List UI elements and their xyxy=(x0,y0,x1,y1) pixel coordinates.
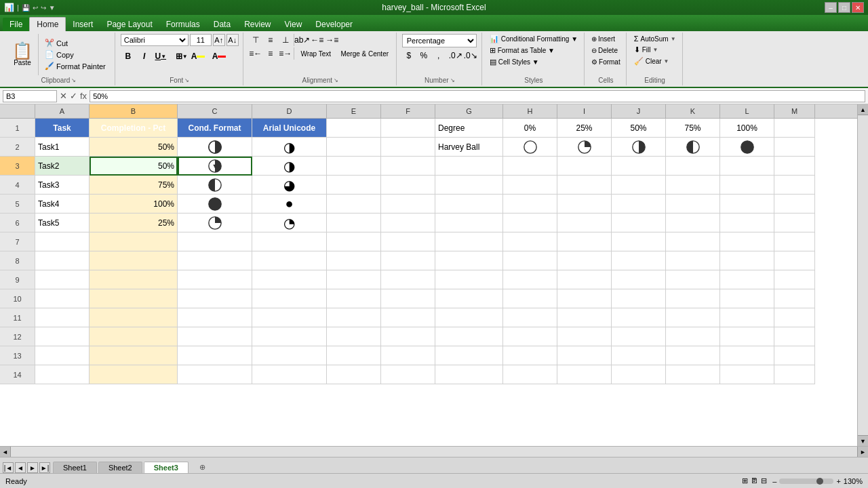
cell-k3[interactable] xyxy=(666,157,720,176)
cell-a8[interactable] xyxy=(35,251,90,270)
cell-c9[interactable] xyxy=(178,270,252,289)
cell-j5[interactable] xyxy=(612,195,666,214)
cell-a12[interactable] xyxy=(35,327,90,346)
cell-k12[interactable] xyxy=(666,327,720,346)
cell-b9[interactable] xyxy=(90,270,178,289)
cell-m8[interactable] xyxy=(774,251,815,270)
cell-e5[interactable] xyxy=(327,195,381,214)
cell-m4[interactable] xyxy=(774,176,815,195)
cell-g12[interactable] xyxy=(435,327,503,346)
row-num-3[interactable]: 3 xyxy=(0,157,35,176)
cell-i12[interactable] xyxy=(557,327,612,346)
cell-j12[interactable] xyxy=(612,327,666,346)
scroll-right-button[interactable]: ► xyxy=(857,447,868,458)
number-format-select[interactable]: Percentage General Number Currency xyxy=(402,34,477,47)
cell-k7[interactable] xyxy=(666,232,720,251)
font-name-select[interactable]: Calibri xyxy=(121,34,189,46)
cell-c13[interactable] xyxy=(178,346,252,365)
formula-input[interactable] xyxy=(90,90,865,102)
cell-i11[interactable] xyxy=(557,308,612,327)
cell-f11[interactable] xyxy=(381,308,435,327)
cell-a7[interactable] xyxy=(35,232,90,251)
cell-f3[interactable] xyxy=(381,157,435,176)
col-header-k[interactable]: K xyxy=(666,104,720,118)
align-center-button[interactable]: ≡ xyxy=(264,47,277,60)
cell-k10[interactable] xyxy=(666,289,720,308)
format-button[interactable]: ⚙ Format xyxy=(590,57,622,67)
italic-button[interactable]: I xyxy=(137,49,152,63)
cell-a13[interactable] xyxy=(35,346,90,365)
alignment-expand-icon[interactable]: ↘ xyxy=(334,77,338,83)
cell-l14[interactable] xyxy=(720,365,774,384)
col-header-m[interactable]: M xyxy=(774,104,815,118)
cell-g6[interactable] xyxy=(435,214,503,232)
insert-function-icon[interactable]: fx xyxy=(80,91,87,101)
cell-g14[interactable] xyxy=(435,365,503,384)
minimize-button[interactable]: – xyxy=(825,2,837,13)
cell-h9[interactable] xyxy=(503,270,557,289)
sheet-nav-next[interactable]: ► xyxy=(27,462,38,473)
insert-sheet-button[interactable]: ⊕ xyxy=(190,462,215,473)
insert-button[interactable]: ⊕ Insert xyxy=(590,34,616,44)
cell-d4[interactable]: ◕ xyxy=(252,176,327,195)
cell-f9[interactable] xyxy=(381,270,435,289)
cell-m11[interactable] xyxy=(774,308,815,327)
border-button[interactable]: ⊞▼ xyxy=(174,49,189,63)
tab-review[interactable]: Review xyxy=(237,18,277,31)
cell-e10[interactable] xyxy=(327,289,381,308)
cell-h3[interactable] xyxy=(503,157,557,176)
col-header-l[interactable]: L xyxy=(720,104,774,118)
underline-button[interactable]: U ▼ xyxy=(153,49,168,63)
cell-d10[interactable] xyxy=(252,289,327,308)
cell-c14[interactable] xyxy=(178,365,252,384)
cell-i2[interactable] xyxy=(557,138,612,157)
number-expand-icon[interactable]: ↘ xyxy=(450,77,455,83)
cell-m6[interactable] xyxy=(774,214,815,232)
quick-access-dropdown[interactable]: ▼ xyxy=(49,4,56,12)
cell-k11[interactable] xyxy=(666,308,720,327)
cell-i7[interactable] xyxy=(557,232,612,251)
cell-j11[interactable] xyxy=(612,308,666,327)
cell-e14[interactable] xyxy=(327,365,381,384)
clear-button[interactable]: 🧹 Clear ▼ xyxy=(632,56,671,66)
cell-l5[interactable] xyxy=(720,195,774,214)
cell-i13[interactable] xyxy=(557,346,612,365)
cell-k2[interactable] xyxy=(666,138,720,157)
cell-c11[interactable] xyxy=(178,308,252,327)
cell-f6[interactable] xyxy=(381,214,435,232)
comma-button[interactable]: , xyxy=(432,49,446,62)
cell-l12[interactable] xyxy=(720,327,774,346)
indent-decrease[interactable]: ←≡ xyxy=(311,34,324,46)
cell-e3[interactable] xyxy=(327,157,381,176)
tab-page-layout[interactable]: Page Layout xyxy=(100,18,159,31)
quick-access-redo[interactable]: ↪ xyxy=(41,4,46,12)
cell-a3[interactable]: Task2 xyxy=(35,157,90,176)
cell-a1[interactable]: Task xyxy=(35,119,90,138)
cell-j14[interactable] xyxy=(612,365,666,384)
cell-i9[interactable] xyxy=(557,270,612,289)
cell-d6[interactable]: ◔ xyxy=(252,214,327,232)
decimal-increase[interactable]: .0↗ xyxy=(449,49,462,62)
cell-i3[interactable] xyxy=(557,157,612,176)
scroll-up-button[interactable]: ▲ xyxy=(858,104,868,115)
cell-b14[interactable] xyxy=(90,365,178,384)
cell-j2[interactable] xyxy=(612,138,666,157)
cell-h12[interactable] xyxy=(503,327,557,346)
indent-increase[interactable]: →≡ xyxy=(326,34,339,46)
cell-g8[interactable] xyxy=(435,251,503,270)
cell-styles-button[interactable]: ▤ Cell Styles ▼ xyxy=(488,57,541,67)
align-middle-button[interactable]: ≡ xyxy=(264,34,277,46)
cell-d3[interactable]: ◑ xyxy=(252,157,327,176)
cell-k4[interactable] xyxy=(666,176,720,195)
cell-b1[interactable]: Completion - Pct xyxy=(90,119,178,138)
clipboard-expand-icon[interactable]: ↘ xyxy=(71,77,76,83)
cell-h13[interactable] xyxy=(503,346,557,365)
col-header-c[interactable]: C xyxy=(178,104,252,118)
cell-e7[interactable] xyxy=(327,232,381,251)
bold-button[interactable]: B xyxy=(121,49,136,63)
cell-g10[interactable] xyxy=(435,289,503,308)
cell-l13[interactable] xyxy=(720,346,774,365)
cell-h11[interactable] xyxy=(503,308,557,327)
row-num-13[interactable]: 13 xyxy=(0,346,35,365)
cell-h10[interactable] xyxy=(503,289,557,308)
